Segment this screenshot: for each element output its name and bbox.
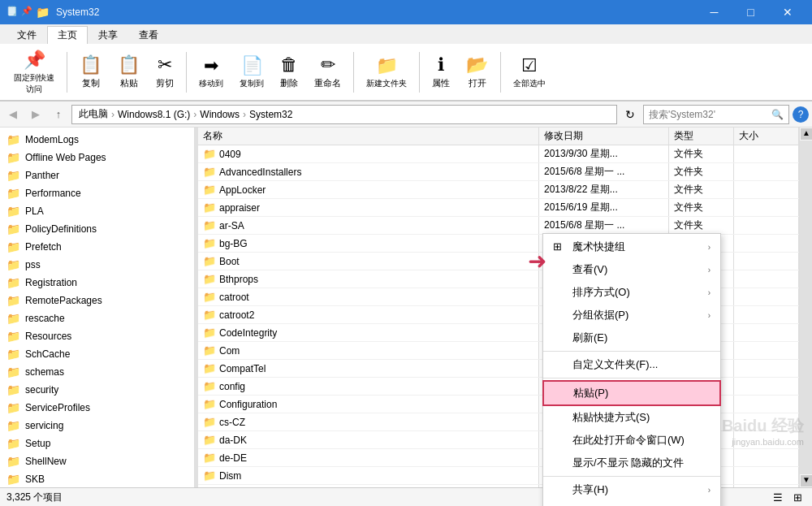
table-row[interactable]: 📁 0409 2013/9/30 星期... 文件夹 <box>198 145 799 163</box>
ctx-item-open-cmd[interactable]: 在此处打开命令窗口(W) <box>543 429 720 452</box>
folder-icon: 📁 <box>203 380 216 392</box>
large-icons-view-button[interactable]: ⊞ <box>789 491 806 505</box>
scroll-up-button[interactable]: ▲ <box>801 128 812 140</box>
sidebar-item-remotepackages[interactable]: 📁 RemotePackages <box>0 292 194 309</box>
tab-share[interactable]: 共享 <box>88 26 128 44</box>
rename-button[interactable]: ✏ 重命名 <box>307 48 348 97</box>
table-row[interactable]: 📁 ar-SA 2015/6/8 星期一 ... 文件夹 <box>198 217 799 235</box>
cut-button[interactable]: ✂ 剪切 <box>149 48 181 97</box>
delete-label: 删除 <box>280 77 298 89</box>
search-bar[interactable]: 🔍 <box>643 105 789 124</box>
sidebar-item-offlinewebpages[interactable]: 📁 Offline Web Pages <box>0 149 194 167</box>
search-input[interactable] <box>649 109 768 120</box>
sidebar-item-rescache[interactable]: 📁 rescache <box>0 309 194 327</box>
sidebar-item-policydefinitions[interactable]: 📁 PolicyDefinitions <box>0 220 194 238</box>
tab-home[interactable]: 主页 <box>47 26 88 44</box>
paste-ctx-icon <box>554 387 567 400</box>
table-row[interactable]: 📁 AppLocker 2013/8/22 星期... 文件夹 <box>198 181 799 199</box>
address-part-system32[interactable]: System32 <box>249 109 292 120</box>
folder-icon: 📁 <box>203 291 216 303</box>
address-part-windows[interactable]: Windows <box>200 109 240 120</box>
file-name-text: Bthprops <box>219 274 258 285</box>
open-button[interactable]: 📂 打开 <box>459 48 495 97</box>
column-name[interactable]: 名称 <box>198 128 539 145</box>
ctx-item-refresh[interactable]: 刷新(E) <box>543 327 720 349</box>
view-icon <box>553 263 566 276</box>
refresh-button[interactable]: ↻ <box>620 105 640 124</box>
column-type[interactable]: 类型 <box>669 128 734 145</box>
folder-icon: 📁 <box>6 419 20 432</box>
column-size[interactable]: 大小 <box>734 128 799 145</box>
close-button[interactable]: ✕ <box>769 0 806 24</box>
file-size-cell <box>734 163 799 180</box>
move-button[interactable]: ➡ 移动到 <box>192 48 231 97</box>
details-view-button[interactable]: ☰ <box>770 491 786 505</box>
address-part-drive[interactable]: Windows8.1 (G:) <box>118 109 190 120</box>
address-part-pc[interactable]: 此电脑 <box>79 107 108 121</box>
sidebar-item-performance[interactable]: 📁 Performance <box>0 184 194 202</box>
sidebar-item-panther[interactable]: 📁 Panther <box>0 167 194 184</box>
address-bar[interactable]: 此电脑 › Windows8.1 (G:) › Windows › System… <box>71 105 617 124</box>
properties-button[interactable]: ℹ 属性 <box>425 48 457 97</box>
tab-view[interactable]: 查看 <box>128 26 169 44</box>
file-name-text: Boot <box>219 256 240 267</box>
back-button[interactable]: ◀ <box>3 105 23 124</box>
sidebar-item-prefetch[interactable]: 📁 Prefetch <box>0 238 194 256</box>
paste-label: 粘贴 <box>120 77 138 89</box>
ctx-item-magic-shortcut[interactable]: ⊞ 魔术快捷组 › <box>543 236 720 258</box>
sidebar-item-servicing[interactable]: 📁 servicing <box>0 417 194 435</box>
file-size-cell <box>734 270 799 288</box>
ctx-item-new[interactable]: 新建(W) › <box>543 501 720 506</box>
file-name-text: CompatTel <box>219 363 266 374</box>
sidebar-item-registration[interactable]: 📁 Registration <box>0 274 194 292</box>
pin-icon: 📌 <box>21 6 32 19</box>
forward-button[interactable]: ▶ <box>26 105 45 124</box>
sidebar-item-skb[interactable]: 📁 SKB <box>0 470 194 487</box>
file-name-cell: 📁 AdvancedInstallers <box>198 163 539 180</box>
ctx-item-paste[interactable]: 粘贴(P) <box>542 380 721 406</box>
ctx-item-group[interactable]: 分组依据(P) › <box>543 304 720 327</box>
tab-file[interactable]: 文件 <box>6 26 47 44</box>
sidebar-item-serviceprofiles[interactable]: 📁 ServiceProfiles <box>0 399 194 417</box>
maximize-button[interactable]: □ <box>732 0 769 24</box>
watermark-baidu: Baidu 经验 <box>722 415 804 437</box>
sidebar-item-schemas[interactable]: 📁 schemas <box>0 363 194 381</box>
table-row[interactable]: 📁 appraiser 2015/6/19 星期... 文件夹 <box>198 199 799 217</box>
help-button[interactable]: ? <box>793 106 809 123</box>
sidebar-item-shellnew[interactable]: 📁 ShellNew <box>0 452 194 470</box>
table-row[interactable]: 📁 AdvancedInstallers 2015/6/8 星期一 ... 文件… <box>198 163 799 181</box>
sidebar-label-schemas: schemas <box>25 366 64 378</box>
ctx-item-show-hidden[interactable]: 显示/不显示 隐藏的文件 <box>543 452 720 474</box>
select-all-button[interactable]: ☑ 全部选中 <box>506 48 553 97</box>
minimize-button[interactable]: ─ <box>696 0 732 24</box>
sidebar-item-modemlogs[interactable]: 📁 ModemLogs <box>0 131 194 149</box>
search-icon[interactable]: 🔍 <box>771 109 784 120</box>
new-folder-button[interactable]: 📁 新建文件夹 <box>359 48 414 97</box>
ctx-item-paste-shortcut[interactable]: 粘贴快捷方式(S) <box>543 406 720 429</box>
copy-to-button[interactable]: 📄 复制到 <box>232 48 271 97</box>
sidebar-item-security[interactable]: 📁 security <box>0 381 194 399</box>
ctx-item-sort[interactable]: 排序方式(O) › <box>543 281 720 304</box>
ctx-item-share[interactable]: 共享(H) › <box>543 478 720 501</box>
sidebar-item-pla[interactable]: 📁 PLA <box>0 202 194 220</box>
up-button[interactable]: ↑ <box>49 105 68 124</box>
delete-button[interactable]: 🗑 删除 <box>273 48 305 97</box>
pin-to-quick-access-button[interactable]: 📌 固定到快速访问 <box>6 48 62 97</box>
customize-icon <box>553 358 566 371</box>
sidebar-item-setup[interactable]: 📁 Setup <box>0 435 194 452</box>
sidebar-item-schcache[interactable]: 📁 SchCache <box>0 345 194 363</box>
copy-button[interactable]: 📋 复制 <box>72 48 109 97</box>
pink-arrow: ➜ <box>528 248 546 275</box>
column-date[interactable]: 修改日期 <box>539 128 669 145</box>
scroll-down-button[interactable]: ▼ <box>801 475 812 487</box>
sidebar-label-setup: Setup <box>25 438 50 449</box>
paste-button[interactable]: 📋 粘贴 <box>110 48 147 97</box>
ctx-item-customize[interactable]: 自定义文件夹(F)... <box>543 353 720 376</box>
folder-icon: 📁 <box>203 344 216 357</box>
ctx-item-view[interactable]: 查看(V) › <box>543 258 720 281</box>
sidebar-item-pss[interactable]: 📁 pss <box>0 256 194 274</box>
file-name-text: AppLocker <box>219 184 266 196</box>
file-name-cell: 📁 Configuration <box>198 396 539 413</box>
sidebar-item-resources[interactable]: 📁 Resources <box>0 327 194 345</box>
file-size-cell <box>734 217 799 234</box>
